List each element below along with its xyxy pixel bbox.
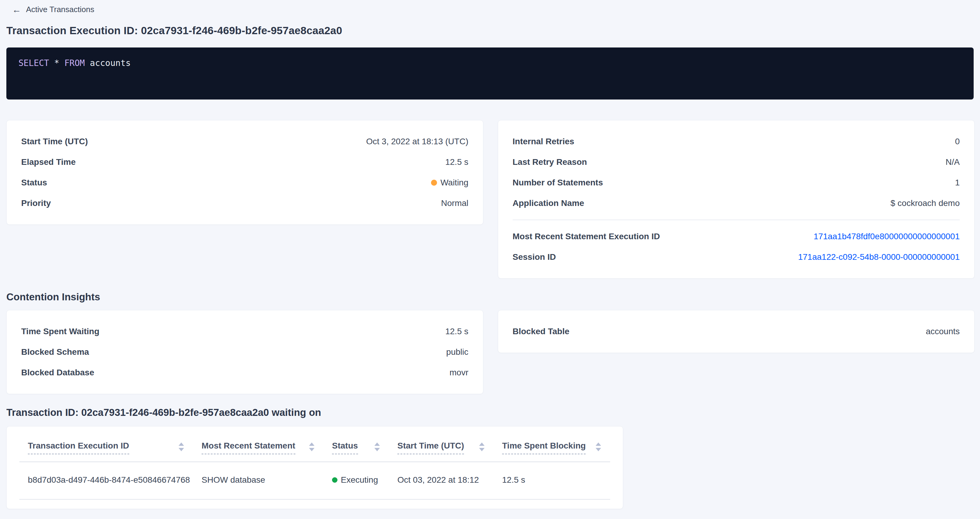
summary-card-right: Internal Retries 0 Last Retry Reason N/A…	[498, 120, 975, 279]
summary-card-left: Start Time (UTC) Oct 3, 2022 at 18:13 (U…	[6, 120, 483, 225]
contention-card-left: Time Spent Waiting 12.5 s Blocked Schema…	[6, 310, 483, 394]
summary-row-last-retry-reason: Last Retry Reason N/A	[513, 152, 960, 172]
sql-token: accounts	[90, 58, 131, 68]
page-title: Transaction Execution ID: 02ca7931-f246-…	[6, 24, 980, 37]
executing-status-dot-icon	[332, 477, 337, 483]
summary-row-number-of-statements: Number of Statements 1	[513, 172, 960, 193]
summary-row-statement-execution-id: Most Recent Statement Execution ID 171aa…	[513, 226, 960, 247]
card-divider	[513, 220, 960, 220]
sort-icon[interactable]	[596, 443, 601, 451]
contention-insights-heading: Contention Insights	[6, 291, 980, 303]
column-header-label: Status	[332, 441, 358, 454]
sql-statement: SELECT * FROM accounts	[19, 58, 961, 69]
sql-keyword: SELECT	[19, 58, 54, 68]
top-navigation: ← Active Transactions	[0, 0, 980, 14]
waiting-status-dot-icon	[431, 179, 437, 186]
row-value: Oct 3, 2022 at 18:13 (UTC)	[366, 136, 469, 147]
waiting-on-heading: Transaction ID: 02ca7931-f246-469b-b2fe-…	[6, 407, 980, 418]
row-label: Blocked Schema	[21, 347, 89, 357]
status-value: Waiting	[431, 178, 468, 188]
row-label: Internal Retries	[513, 136, 574, 147]
row-label: Status	[21, 178, 47, 188]
table-header-row: Transaction Execution ID Most Recent Sta…	[19, 427, 610, 462]
back-link[interactable]: ← Active Transactions	[12, 5, 94, 14]
column-header-most-recent-statement[interactable]: Most Recent Statement	[193, 441, 323, 462]
cell-status: Executing	[323, 475, 389, 485]
row-label: Time Spent Waiting	[21, 326, 99, 336]
row-value: movr	[449, 367, 468, 378]
summary-row-application-name: Application Name $ cockroach demo	[513, 193, 960, 214]
sql-token: *	[54, 58, 64, 68]
waiting-on-table: Transaction Execution ID Most Recent Sta…	[6, 426, 623, 509]
summary-cards-row: Start Time (UTC) Oct 3, 2022 at 18:13 (U…	[6, 120, 975, 279]
column-header-time-spent-blocking[interactable]: Time Spent Blocking	[494, 441, 610, 462]
column-header-transaction-execution-id[interactable]: Transaction Execution ID	[19, 441, 193, 462]
summary-row-status: Status Waiting	[21, 172, 469, 193]
status-text: Executing	[341, 475, 378, 485]
cell-transaction-execution-id: b8d7d03a-d497-446b-8474-e50846674768	[19, 475, 193, 485]
summary-row-start-time: Start Time (UTC) Oct 3, 2022 at 18:13 (U…	[21, 131, 469, 152]
row-value: 12.5 s	[445, 326, 468, 336]
cell-time-spent-blocking: 12.5 s	[494, 475, 610, 485]
sql-keyword: FROM	[64, 58, 90, 68]
contention-row-blocked-table: Blocked Table accounts	[513, 321, 960, 342]
row-label: Last Retry Reason	[513, 157, 587, 167]
sql-statement-box: SELECT * FROM accounts	[6, 48, 974, 100]
statement-execution-id-link[interactable]: 171aa1b478fdf0e80000000000000001	[813, 232, 960, 242]
status-text: Waiting	[441, 178, 468, 188]
row-label: Session ID	[513, 252, 556, 262]
row-value: 1	[955, 178, 960, 188]
cell-start-time: Oct 03, 2022 at 18:12	[389, 475, 494, 485]
sort-icon[interactable]	[374, 443, 380, 451]
column-header-label: Most Recent Statement	[202, 441, 295, 454]
back-link-label: Active Transactions	[26, 5, 94, 14]
column-header-start-time[interactable]: Start Time (UTC)	[389, 441, 494, 462]
row-label: Elapsed Time	[21, 157, 76, 167]
sort-icon[interactable]	[178, 443, 184, 451]
summary-row-session-id: Session ID 171aa122-c092-54b8-0000-00000…	[513, 247, 960, 267]
session-id-link[interactable]: 171aa122-c092-54b8-0000-000000000001	[798, 252, 960, 262]
row-value: 0	[955, 136, 960, 147]
row-value: $ cockroach demo	[891, 198, 960, 208]
column-header-label: Time Spent Blocking	[502, 441, 585, 454]
sort-icon[interactable]	[309, 443, 315, 451]
row-value: Normal	[441, 198, 468, 208]
contention-row-blocked-schema: Blocked Schema public	[21, 342, 469, 362]
contention-row-time-spent-waiting: Time Spent Waiting 12.5 s	[21, 321, 469, 342]
row-label: Application Name	[513, 198, 584, 208]
row-label: Start Time (UTC)	[21, 136, 88, 147]
cell-most-recent-statement: SHOW database	[193, 475, 323, 485]
summary-row-elapsed-time: Elapsed Time 12.5 s	[21, 152, 469, 172]
row-value: public	[446, 347, 468, 357]
row-label: Blocked Table	[513, 326, 570, 336]
column-header-status[interactable]: Status	[323, 441, 389, 462]
row-label: Priority	[21, 198, 51, 208]
column-header-label: Transaction Execution ID	[28, 441, 129, 454]
summary-row-priority: Priority Normal	[21, 193, 469, 214]
row-value: accounts	[926, 326, 960, 336]
contention-cards-row: Time Spent Waiting 12.5 s Blocked Schema…	[6, 310, 975, 394]
column-header-label: Start Time (UTC)	[398, 441, 464, 454]
back-arrow-icon: ←	[12, 5, 21, 14]
row-value: 12.5 s	[445, 157, 468, 167]
contention-card-right: Blocked Table accounts	[498, 310, 975, 353]
row-value: N/A	[945, 157, 960, 167]
row-label: Blocked Database	[21, 367, 94, 378]
row-label: Number of Statements	[513, 178, 603, 188]
contention-row-blocked-database: Blocked Database movr	[21, 362, 469, 383]
row-label: Most Recent Statement Execution ID	[513, 232, 660, 242]
table-row: b8d7d03a-d497-446b-8474-e50846674768 SHO…	[19, 462, 610, 500]
sort-icon[interactable]	[479, 443, 485, 451]
summary-row-internal-retries: Internal Retries 0	[513, 131, 960, 152]
